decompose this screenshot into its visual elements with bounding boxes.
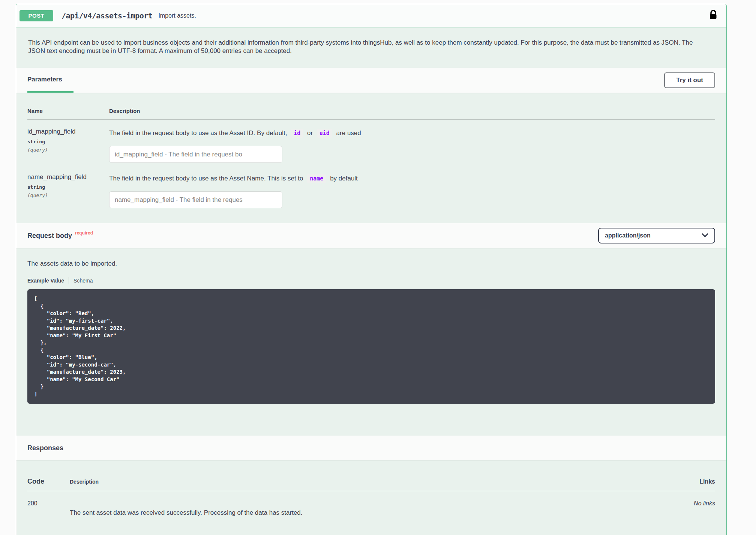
parameters-section-header: Parameters Try it out: [16, 68, 726, 93]
authorization-lock-button[interactable]: [709, 10, 717, 21]
parameter-type: string: [27, 184, 109, 190]
description-text: or: [307, 129, 313, 137]
description-text: by default: [330, 175, 358, 182]
body-description: The assets data to be imported.: [27, 260, 715, 268]
responses-table: Code Description Links 200 The sent asse…: [16, 460, 726, 517]
lock-icon: [709, 10, 717, 21]
parameter-row-id-mapping-field: id_mapping_field string (query) The fiel…: [27, 120, 715, 163]
description-column-header: Description: [109, 108, 715, 114]
tab-example-value[interactable]: Example Value: [27, 278, 64, 284]
endpoint-summary: Import assets.: [158, 12, 196, 19]
response-row-200: 200 The sent asset data was received suc…: [27, 491, 715, 517]
example-json-block[interactable]: [ { "color": "Red", "id": "my-first-car"…: [27, 289, 715, 404]
content-type-value: application/json: [605, 232, 651, 239]
model-example-tabs: Example Value Schema: [27, 277, 715, 284]
parameter-description: The field in the request body to use as …: [109, 173, 715, 183]
parameter-description: The field in the request body to use as …: [109, 128, 715, 138]
code-token-id: id: [291, 129, 303, 138]
parameter-row-name-mapping-field: name_mapping_field string (query) The fi…: [27, 163, 715, 208]
code-token-name: name: [307, 174, 326, 183]
parameter-name: id_mapping_field: [27, 128, 109, 135]
endpoint-path: /api/v4/assets-import: [62, 11, 152, 20]
parameter-name: name_mapping_field: [27, 173, 109, 181]
request-body-content: The assets data to be imported. Example …: [16, 248, 726, 404]
tab-schema[interactable]: Schema: [74, 278, 93, 284]
chevron-down-icon: [702, 232, 708, 239]
response-description: The sent asset data was received success…: [70, 500, 694, 517]
parameter-location: (query): [27, 147, 109, 153]
name-mapping-field-input[interactable]: [109, 191, 282, 208]
responses-title: Responses: [27, 444, 63, 452]
links-column-header: Links: [699, 478, 715, 485]
operation-summary-bar[interactable]: POST /api/v4/assets-import Import assets…: [16, 4, 726, 27]
name-column-header: Name: [27, 108, 109, 114]
required-badge: required: [75, 230, 93, 236]
description-text: are used: [336, 129, 361, 137]
responses-table-header: Code Description Links: [27, 460, 715, 491]
responses-section-header: Responses: [16, 436, 726, 460]
description-column-header: Description: [70, 479, 699, 485]
parameter-type: string: [27, 139, 109, 144]
response-code: 200: [27, 500, 70, 517]
api-operation-panel: POST /api/v4/assets-import Import assets…: [16, 4, 727, 535]
code-token-uid: uid: [317, 129, 332, 138]
content-type-dropdown[interactable]: application/json: [598, 228, 715, 243]
parameter-location: (query): [27, 192, 109, 198]
request-body-section-header: Request body required application/json: [16, 223, 726, 248]
id-mapping-field-input[interactable]: [109, 146, 282, 163]
operation-description: This API endpoint can be used to import …: [16, 27, 721, 68]
parameters-table-header: Name Description: [27, 93, 715, 120]
try-it-out-button[interactable]: Try it out: [664, 72, 715, 88]
tab-divider: [69, 277, 69, 284]
http-method-badge: POST: [20, 10, 53, 21]
request-body-title: Request body: [27, 232, 72, 240]
description-text: The field in the request body to use as …: [109, 129, 287, 137]
parameters-table: Name Description id_mapping_field string…: [16, 93, 726, 223]
tab-parameters[interactable]: Parameters: [27, 68, 74, 93]
description-text: The field in the request body to use as …: [109, 175, 303, 182]
code-column-header: Code: [27, 478, 70, 485]
response-links: No links: [694, 500, 715, 517]
